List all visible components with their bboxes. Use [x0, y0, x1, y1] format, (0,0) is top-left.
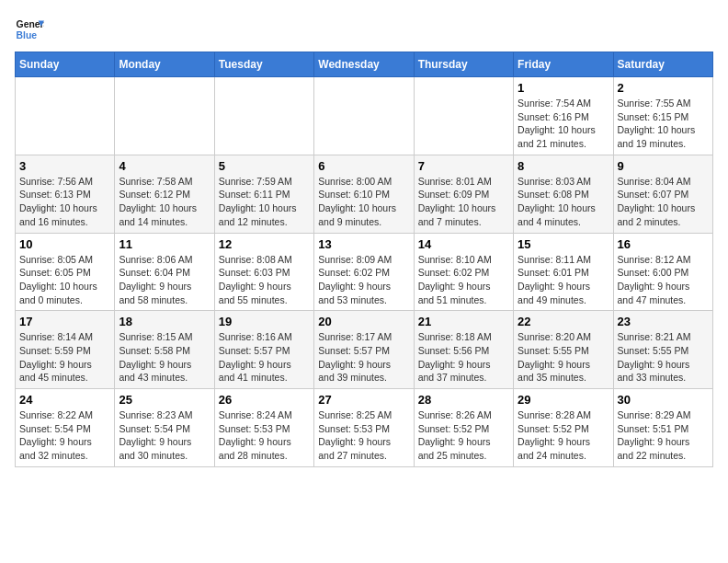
day-info: Sunrise: 8:21 AM Sunset: 5:55 PM Dayligh… [618, 330, 709, 385]
day-info: Sunrise: 8:14 AM Sunset: 5:59 PM Dayligh… [19, 330, 110, 385]
day-info: Sunrise: 7:58 AM Sunset: 6:12 PM Dayligh… [119, 175, 210, 229]
day-info: Sunrise: 8:17 AM Sunset: 5:57 PM Dayligh… [318, 330, 409, 385]
day-info: Sunrise: 8:16 AM Sunset: 5:57 PM Dayligh… [219, 330, 310, 385]
day-number: 6 [318, 159, 409, 173]
header-sunday: Sunday [16, 52, 115, 77]
header-wednesday: Wednesday [314, 52, 414, 77]
day-info: Sunrise: 8:24 AM Sunset: 5:53 PM Dayligh… [219, 408, 310, 463]
day-cell: 8Sunrise: 8:03 AM Sunset: 6:08 PM Daylig… [514, 155, 613, 233]
day-number: 17 [19, 315, 110, 328]
day-info: Sunrise: 8:15 AM Sunset: 5:58 PM Dayligh… [119, 330, 210, 385]
day-info: Sunrise: 8:26 AM Sunset: 5:52 PM Dayligh… [418, 408, 509, 463]
day-number: 2 [618, 81, 709, 95]
day-number: 24 [19, 393, 110, 407]
day-number: 13 [318, 237, 409, 251]
day-cell: 29Sunrise: 8:28 AM Sunset: 5:52 PM Dayli… [514, 389, 613, 467]
day-cell: 30Sunrise: 8:29 AM Sunset: 5:51 PM Dayli… [613, 389, 712, 467]
day-number: 7 [418, 159, 509, 173]
day-info: Sunrise: 8:22 AM Sunset: 5:54 PM Dayligh… [19, 408, 110, 463]
day-number: 30 [618, 393, 709, 407]
day-number: 3 [19, 159, 110, 173]
day-number: 25 [119, 393, 210, 407]
day-number: 21 [418, 315, 509, 328]
day-cell [314, 77, 414, 155]
day-cell: 7Sunrise: 8:01 AM Sunset: 6:09 PM Daylig… [414, 155, 513, 233]
day-info: Sunrise: 8:23 AM Sunset: 5:54 PM Dayligh… [119, 408, 210, 463]
day-cell: 27Sunrise: 8:25 AM Sunset: 5:53 PM Dayli… [314, 389, 414, 467]
day-cell: 11Sunrise: 8:06 AM Sunset: 6:04 PM Dayli… [115, 233, 214, 311]
day-cell: 4Sunrise: 7:58 AM Sunset: 6:12 PM Daylig… [115, 155, 214, 233]
day-number: 9 [618, 159, 709, 173]
header-friday: Friday [514, 52, 613, 77]
day-cell [16, 77, 115, 155]
day-cell: 16Sunrise: 8:12 AM Sunset: 6:00 PM Dayli… [613, 233, 712, 311]
day-number: 27 [318, 393, 409, 407]
day-number: 20 [318, 315, 409, 328]
day-info: Sunrise: 8:09 AM Sunset: 6:02 PM Dayligh… [318, 253, 409, 307]
header-tuesday: Tuesday [214, 52, 313, 77]
day-cell: 12Sunrise: 8:08 AM Sunset: 6:03 PM Dayli… [214, 233, 313, 311]
day-number: 1 [518, 81, 609, 95]
day-cell: 20Sunrise: 8:17 AM Sunset: 5:57 PM Dayli… [314, 311, 414, 389]
day-info: Sunrise: 8:18 AM Sunset: 5:56 PM Dayligh… [418, 330, 509, 385]
day-info: Sunrise: 8:11 AM Sunset: 6:01 PM Dayligh… [518, 253, 609, 307]
day-cell [414, 77, 513, 155]
day-cell: 14Sunrise: 8:10 AM Sunset: 6:02 PM Dayli… [414, 233, 513, 311]
logo: General Blue [15, 15, 44, 44]
day-info: Sunrise: 8:12 AM Sunset: 6:00 PM Dayligh… [618, 253, 709, 307]
day-cell: 15Sunrise: 8:11 AM Sunset: 6:01 PM Dayli… [514, 233, 613, 311]
day-cell: 24Sunrise: 8:22 AM Sunset: 5:54 PM Dayli… [16, 389, 115, 467]
day-number: 11 [119, 237, 210, 251]
day-number: 28 [418, 393, 509, 407]
day-cell: 22Sunrise: 8:20 AM Sunset: 5:55 PM Dayli… [514, 311, 613, 389]
day-number: 16 [618, 237, 709, 251]
day-number: 22 [518, 315, 609, 328]
day-info: Sunrise: 7:54 AM Sunset: 6:16 PM Dayligh… [518, 97, 609, 151]
page-header: General Blue [15, 15, 713, 44]
day-cell: 23Sunrise: 8:21 AM Sunset: 5:55 PM Dayli… [613, 311, 712, 389]
day-cell: 18Sunrise: 8:15 AM Sunset: 5:58 PM Dayli… [115, 311, 214, 389]
week-row-1: 3Sunrise: 7:56 AM Sunset: 6:13 PM Daylig… [16, 155, 713, 233]
header-saturday: Saturday [613, 52, 712, 77]
day-cell: 9Sunrise: 8:04 AM Sunset: 6:07 PM Daylig… [613, 155, 712, 233]
day-info: Sunrise: 8:29 AM Sunset: 5:51 PM Dayligh… [618, 408, 709, 463]
day-cell [115, 77, 214, 155]
calendar-header: SundayMondayTuesdayWednesdayThursdayFrid… [16, 52, 713, 77]
day-number: 8 [518, 159, 609, 173]
week-row-4: 24Sunrise: 8:22 AM Sunset: 5:54 PM Dayli… [16, 389, 713, 467]
day-number: 23 [618, 315, 709, 328]
day-cell: 25Sunrise: 8:23 AM Sunset: 5:54 PM Dayli… [115, 389, 214, 467]
day-info: Sunrise: 8:20 AM Sunset: 5:55 PM Dayligh… [518, 330, 609, 385]
day-number: 5 [219, 159, 310, 173]
day-number: 29 [518, 393, 609, 407]
day-info: Sunrise: 8:05 AM Sunset: 6:05 PM Dayligh… [19, 253, 110, 307]
week-row-0: 1Sunrise: 7:54 AM Sunset: 6:16 PM Daylig… [16, 77, 713, 155]
day-number: 12 [219, 237, 310, 251]
day-info: Sunrise: 8:08 AM Sunset: 6:03 PM Dayligh… [219, 253, 310, 307]
day-info: Sunrise: 7:59 AM Sunset: 6:11 PM Dayligh… [219, 175, 310, 229]
day-info: Sunrise: 7:56 AM Sunset: 6:13 PM Dayligh… [19, 175, 110, 229]
day-info: Sunrise: 8:28 AM Sunset: 5:52 PM Dayligh… [518, 408, 609, 463]
day-cell: 13Sunrise: 8:09 AM Sunset: 6:02 PM Dayli… [314, 233, 414, 311]
week-row-3: 17Sunrise: 8:14 AM Sunset: 5:59 PM Dayli… [16, 311, 713, 389]
day-cell: 2Sunrise: 7:55 AM Sunset: 6:15 PM Daylig… [613, 77, 712, 155]
day-cell: 10Sunrise: 8:05 AM Sunset: 6:05 PM Dayli… [16, 233, 115, 311]
day-info: Sunrise: 8:06 AM Sunset: 6:04 PM Dayligh… [119, 253, 210, 307]
day-cell: 3Sunrise: 7:56 AM Sunset: 6:13 PM Daylig… [16, 155, 115, 233]
week-row-2: 10Sunrise: 8:05 AM Sunset: 6:05 PM Dayli… [16, 233, 713, 311]
day-number: 26 [219, 393, 310, 407]
day-cell: 19Sunrise: 8:16 AM Sunset: 5:57 PM Dayli… [214, 311, 313, 389]
day-number: 19 [219, 315, 310, 328]
day-info: Sunrise: 7:55 AM Sunset: 6:15 PM Dayligh… [618, 97, 709, 151]
day-info: Sunrise: 8:00 AM Sunset: 6:10 PM Dayligh… [318, 175, 409, 229]
day-cell [214, 77, 313, 155]
day-number: 10 [19, 237, 110, 251]
day-cell: 21Sunrise: 8:18 AM Sunset: 5:56 PM Dayli… [414, 311, 513, 389]
day-info: Sunrise: 8:01 AM Sunset: 6:09 PM Dayligh… [418, 175, 509, 229]
calendar-body: 1Sunrise: 7:54 AM Sunset: 6:16 PM Daylig… [16, 77, 713, 467]
day-info: Sunrise: 8:10 AM Sunset: 6:02 PM Dayligh… [418, 253, 509, 307]
header-monday: Monday [115, 52, 214, 77]
day-cell: 17Sunrise: 8:14 AM Sunset: 5:59 PM Dayli… [16, 311, 115, 389]
header-thursday: Thursday [414, 52, 513, 77]
day-number: 14 [418, 237, 509, 251]
